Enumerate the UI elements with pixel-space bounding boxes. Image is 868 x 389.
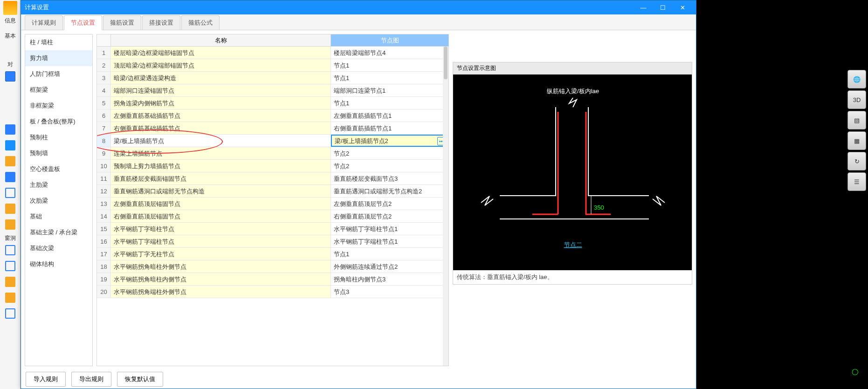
category-item[interactable]: 空心楼盖板 bbox=[25, 161, 92, 177]
row-node[interactable]: 水平钢筋丁字端柱节点1 bbox=[331, 235, 448, 247]
dialog-footer: 导入规则 导出规则 恢复默认值 bbox=[21, 370, 696, 389]
table-row[interactable]: 5拐角连梁内侧钢筋节点节点1 bbox=[97, 97, 448, 109]
tab-bar: 计算规则 节点设置 箍筋设置 搭接设置 箍筋公式 bbox=[21, 14, 696, 30]
tool-icon[interactable] bbox=[5, 245, 15, 255]
table-row[interactable]: 14右侧垂直筋顶层锚固节点右侧垂直筋顶层节点2 bbox=[97, 210, 448, 223]
category-item[interactable]: 框架梁 bbox=[25, 82, 92, 98]
table-row[interactable]: 9连梁上墙插筋节点节点2 bbox=[97, 147, 448, 160]
nav-stack-icon[interactable]: ☰ bbox=[847, 172, 866, 191]
category-item[interactable]: 板 / 叠合板(整厚) bbox=[25, 114, 92, 130]
nav-refresh-icon[interactable]: ↻ bbox=[847, 152, 866, 171]
row-number: 15 bbox=[97, 223, 111, 235]
table-row[interactable]: 6左侧垂直筋基础插筋节点左侧垂直筋插筋节点1 bbox=[97, 109, 448, 122]
tool-icon[interactable] bbox=[5, 124, 15, 135]
tool-icon[interactable] bbox=[5, 188, 15, 198]
row-node[interactable]: 左侧垂直筋顶层节点2 bbox=[331, 198, 448, 210]
nav-cube2-icon[interactable]: ▦ bbox=[847, 131, 866, 150]
table-row[interactable]: 2顶层暗梁/边框梁端部锚固节点节点1 bbox=[97, 59, 448, 72]
table-row[interactable]: 8梁/板上墙插筋节点梁/板上墙插筋节点2••• bbox=[97, 135, 448, 147]
tool-icon[interactable] bbox=[5, 293, 15, 303]
maximize-button[interactable]: ☐ bbox=[653, 0, 673, 14]
export-rules-button[interactable]: 导出规则 bbox=[71, 372, 111, 387]
row-node[interactable]: 梁/板上墙插筋节点2••• bbox=[331, 135, 448, 147]
close-button[interactable]: ✕ bbox=[673, 0, 692, 14]
category-item[interactable]: 基础次梁 bbox=[25, 240, 92, 256]
tool-icon[interactable] bbox=[5, 261, 15, 271]
category-item[interactable]: 柱 / 墙柱 bbox=[25, 34, 92, 50]
nav-globe-icon[interactable]: 🌐 bbox=[847, 70, 866, 89]
tool-icon[interactable] bbox=[5, 277, 15, 287]
tool-icon[interactable] bbox=[5, 140, 15, 150]
restore-defaults-button[interactable]: 恢复默认值 bbox=[117, 372, 163, 387]
import-rules-button[interactable]: 导入规则 bbox=[26, 372, 66, 387]
tool-icon[interactable] bbox=[5, 172, 15, 182]
category-item[interactable]: 人防门框墙 bbox=[25, 66, 92, 82]
table-row[interactable]: 19水平钢筋拐角暗柱内侧节点拐角暗柱内侧节点3 bbox=[97, 273, 448, 286]
table-scrollbar[interactable] bbox=[443, 47, 448, 366]
tab-node-settings[interactable]: 节点设置 bbox=[64, 15, 102, 30]
row-name: 左侧垂直筋基础插筋节点 bbox=[111, 109, 331, 122]
svg-text:纵筋锚入梁/板内lae: 纵筋锚入梁/板内lae bbox=[547, 88, 599, 95]
table-row[interactable]: 18水平钢筋拐角暗柱外侧节点外侧钢筋连续通过节点2 bbox=[97, 260, 448, 273]
row-name: 垂直筋楼层变截面锚固节点 bbox=[111, 172, 331, 184]
category-item[interactable]: 砌体结构 bbox=[25, 256, 92, 272]
row-node[interactable]: 节点1 bbox=[331, 72, 448, 84]
row-number: 3 bbox=[97, 72, 111, 84]
row-number: 11 bbox=[97, 172, 111, 184]
table-row[interactable]: 3暗梁/边框梁遇连梁构造节点1 bbox=[97, 72, 448, 84]
category-item[interactable]: 预制柱 bbox=[25, 130, 92, 145]
category-list[interactable]: 柱 / 墙柱剪力墙人防门框墙框架梁非框架梁板 / 叠合板(整厚)预制柱预制墙空心… bbox=[25, 34, 93, 366]
table-row[interactable]: 20水平钢筋拐角端柱外侧节点节点3 bbox=[97, 286, 448, 298]
row-number: 7 bbox=[97, 122, 111, 134]
tool-icon[interactable] bbox=[5, 308, 15, 319]
category-item[interactable]: 次肋梁 bbox=[25, 193, 92, 209]
row-node[interactable]: 端部洞口连梁节点1 bbox=[331, 84, 448, 96]
row-node[interactable]: 垂直筋遇洞口或端部无节点构造2 bbox=[331, 185, 448, 197]
tool-icon[interactable] bbox=[5, 204, 15, 214]
category-item[interactable]: 预制墙 bbox=[25, 145, 92, 161]
preview-header: 节点设置示意图 bbox=[453, 62, 692, 75]
row-node[interactable]: 水平钢筋丁字暗柱节点1 bbox=[331, 223, 448, 235]
row-node[interactable]: 左侧垂直筋插筋节点1 bbox=[331, 109, 448, 122]
tool-icon[interactable] bbox=[5, 71, 15, 82]
row-node[interactable]: 右侧垂直筋插筋节点1 bbox=[331, 122, 448, 134]
row-node[interactable]: 右侧垂直筋顶层节点2 bbox=[331, 210, 448, 222]
category-item[interactable]: 剪力墙 bbox=[25, 50, 92, 66]
nav-cube1-icon[interactable]: ▧ bbox=[847, 111, 866, 130]
row-node[interactable]: 节点1 bbox=[331, 97, 448, 109]
table-row[interactable]: 16水平钢筋丁字端柱节点水平钢筋丁字端柱节点1 bbox=[97, 235, 448, 248]
nav-3d-icon[interactable]: 3D bbox=[847, 90, 866, 109]
category-item[interactable]: 非框架梁 bbox=[25, 98, 92, 114]
table-row[interactable]: 12垂直钢筋遇洞口或端部无节点构造垂直筋遇洞口或端部无节点构造2 bbox=[97, 185, 448, 198]
table-row[interactable]: 7右侧垂直筋基础插筋节点右侧垂直筋插筋节点1 bbox=[97, 122, 448, 135]
row-number: 20 bbox=[97, 286, 111, 298]
table-row[interactable]: 4端部洞口连梁锚固节点端部洞口连梁节点1 bbox=[97, 84, 448, 97]
row-name: 水平钢筋拐角暗柱内侧节点 bbox=[111, 273, 331, 285]
category-item[interactable]: 主肋梁 bbox=[25, 177, 92, 193]
row-node[interactable]: 楼层暗梁端部节点4 bbox=[331, 47, 448, 59]
tab-calc-rule[interactable]: 计算规则 bbox=[25, 15, 63, 30]
row-node[interactable]: 拐角暗柱内侧节点3 bbox=[331, 273, 448, 285]
row-node[interactable]: 节点1 bbox=[331, 248, 448, 260]
tab-lap-settings[interactable]: 搭接设置 bbox=[142, 15, 180, 30]
category-item[interactable]: 基础主梁 / 承台梁 bbox=[25, 225, 92, 240]
minimize-button[interactable]: — bbox=[634, 0, 653, 14]
category-item[interactable]: 基础 bbox=[25, 209, 92, 225]
tab-stirrup-formula[interactable]: 箍筋公式 bbox=[181, 15, 220, 30]
table-row[interactable]: 17水平钢筋丁字无柱节点节点1 bbox=[97, 248, 448, 260]
row-node[interactable]: 节点2 bbox=[331, 147, 448, 159]
table-row[interactable]: 1楼层暗梁/边框梁端部锚固节点楼层暗梁端部节点4 bbox=[97, 47, 448, 59]
table-row[interactable]: 11垂直筋楼层变截面锚固节点垂直筋楼层变截面节点3 bbox=[97, 172, 448, 185]
tool-icon[interactable] bbox=[5, 156, 15, 166]
row-node[interactable]: 垂直筋楼层变截面节点3 bbox=[331, 172, 448, 184]
row-node[interactable]: 节点1 bbox=[331, 59, 448, 71]
table-row[interactable]: 13左侧垂直筋顶层锚固节点左侧垂直筋顶层节点2 bbox=[97, 198, 448, 210]
tab-stirrup-settings[interactable]: 箍筋设置 bbox=[103, 15, 141, 30]
preview-panel: 节点设置示意图 纵筋锚入梁/板内lae 350 bbox=[453, 34, 692, 366]
row-node[interactable]: 节点2 bbox=[331, 160, 448, 172]
table-row[interactable]: 10预制墙上剪力墙插筋节点节点2 bbox=[97, 160, 448, 172]
row-node[interactable]: 外侧钢筋连续通过节点2 bbox=[331, 260, 448, 273]
tool-icon[interactable] bbox=[5, 219, 15, 230]
table-row[interactable]: 15水平钢筋丁字暗柱节点水平钢筋丁字暗柱节点1 bbox=[97, 223, 448, 235]
row-node[interactable]: 节点3 bbox=[331, 286, 448, 298]
